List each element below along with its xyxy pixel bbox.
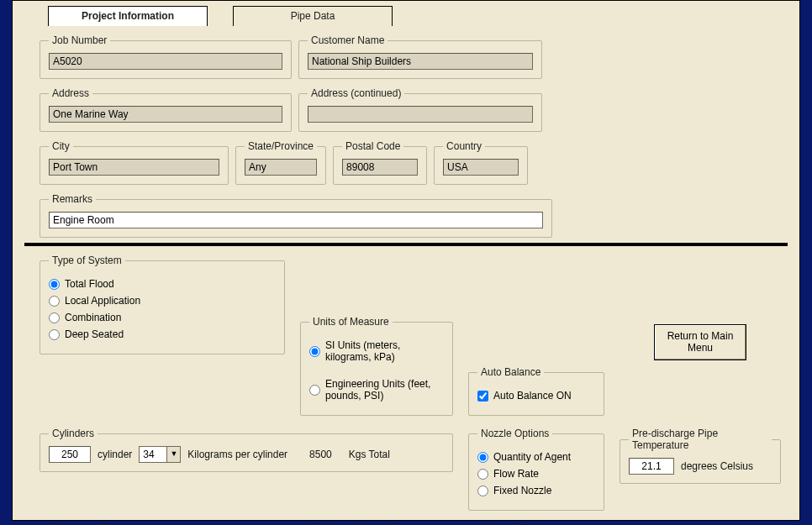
- job-number-input[interactable]: [49, 53, 282, 70]
- address-continued-input[interactable]: [308, 106, 533, 123]
- postal-input[interactable]: [342, 159, 418, 176]
- customer-name-input[interactable]: [308, 53, 533, 70]
- group-country: Country: [434, 140, 528, 185]
- label-address: Address: [49, 87, 92, 99]
- group-predischarge-temp: Pre-discharge Pipe Temperature degrees C…: [620, 428, 781, 484]
- label-auto-balance: Auto Balance: [477, 366, 544, 378]
- group-address-continued: Address (continued): [298, 87, 542, 132]
- country-input[interactable]: [443, 159, 519, 176]
- radio-fixed-nozzle[interactable]: Fixed Nozzle: [477, 485, 595, 496]
- label-kgs-total: Kgs Total: [349, 449, 390, 460]
- radio-total-flood[interactable]: Total Flood: [49, 278, 276, 290]
- state-input[interactable]: [245, 159, 317, 176]
- check-auto-balance-on[interactable]: Auto Balance ON: [477, 390, 595, 402]
- label-cylinders: Cylinders: [49, 428, 98, 439]
- group-job-number: Job Number: [40, 34, 292, 79]
- label-units-of-measure: Units of Measure: [309, 316, 393, 328]
- label-kg-per-cyl: Kilograms per cylinder: [187, 449, 287, 460]
- radio-local-application[interactable]: Local Application: [49, 295, 276, 307]
- kgs-total-value: 8500: [309, 449, 332, 460]
- label-cylinder-word: cylinder: [98, 449, 132, 460]
- group-customer-name: Customer Name: [298, 34, 542, 79]
- remarks-input[interactable]: [49, 212, 543, 228]
- kg-per-cylinder-value: 34: [140, 447, 166, 462]
- group-auto-balance: Auto Balance Auto Balance ON: [468, 366, 604, 416]
- label-predischarge: Pre-discharge Pipe Temperature: [629, 428, 772, 451]
- address-input[interactable]: [49, 106, 282, 123]
- group-remarks: Remarks: [40, 193, 552, 238]
- radio-flow-rate[interactable]: Flow Rate: [477, 468, 595, 480]
- tab-project-information[interactable]: Project Information: [48, 6, 208, 26]
- label-address-continued: Address (continued): [308, 87, 404, 99]
- group-type-of-system: Type of System Total Flood Local Applica…: [40, 255, 285, 354]
- radio-si-units[interactable]: SI Units (meters, kilograms, kPa): [309, 339, 444, 363]
- page-project-information: Job Number Customer Name Address Address…: [21, 26, 791, 512]
- group-units-of-measure: Units of Measure SI Units (meters, kilog…: [300, 316, 453, 416]
- label-city: City: [49, 140, 73, 152]
- tab-bar: Project Information Pipe Data: [48, 6, 393, 26]
- label-type-of-system: Type of System: [49, 255, 125, 266]
- group-address: Address: [40, 87, 292, 132]
- radio-deep-seated[interactable]: Deep Seated: [49, 328, 276, 340]
- label-postal: Postal Code: [342, 140, 403, 152]
- radio-quantity-of-agent[interactable]: Quantity of Agent: [477, 451, 595, 463]
- kg-per-cylinder-select[interactable]: 34 ▼: [139, 446, 181, 463]
- radio-combination[interactable]: Combination: [49, 312, 276, 323]
- label-remarks: Remarks: [49, 193, 96, 205]
- group-cylinders: Cylinders cylinder 34 ▼ Kilograms per cy…: [40, 428, 453, 472]
- return-to-main-menu-button[interactable]: Return to Main Menu: [654, 324, 746, 360]
- label-nozzle-options: Nozzle Options: [477, 428, 552, 439]
- cylinders-count-input[interactable]: [49, 446, 91, 463]
- label-customer-name: Customer Name: [308, 34, 388, 46]
- main-window: Project Information Pipe Data Job Number…: [12, 0, 800, 521]
- tab-pipe-data[interactable]: Pipe Data: [233, 6, 393, 26]
- group-postal: Postal Code: [333, 140, 427, 185]
- label-job-number: Job Number: [49, 34, 110, 46]
- predischarge-temp-input[interactable]: [629, 458, 674, 475]
- city-input[interactable]: [49, 159, 219, 176]
- chevron-down-icon[interactable]: ▼: [166, 447, 180, 462]
- label-state: State/Province: [245, 140, 317, 152]
- group-state: State/Province: [235, 140, 326, 185]
- label-country: Country: [443, 140, 485, 152]
- radio-engineering-units[interactable]: Engineering Units (feet, pounds, PSI): [309, 378, 444, 402]
- group-nozzle-options: Nozzle Options Quantity of Agent Flow Ra…: [468, 428, 604, 511]
- label-degrees-c: degrees Celsius: [681, 460, 753, 472]
- group-city: City: [40, 140, 229, 185]
- divider: [24, 243, 788, 246]
